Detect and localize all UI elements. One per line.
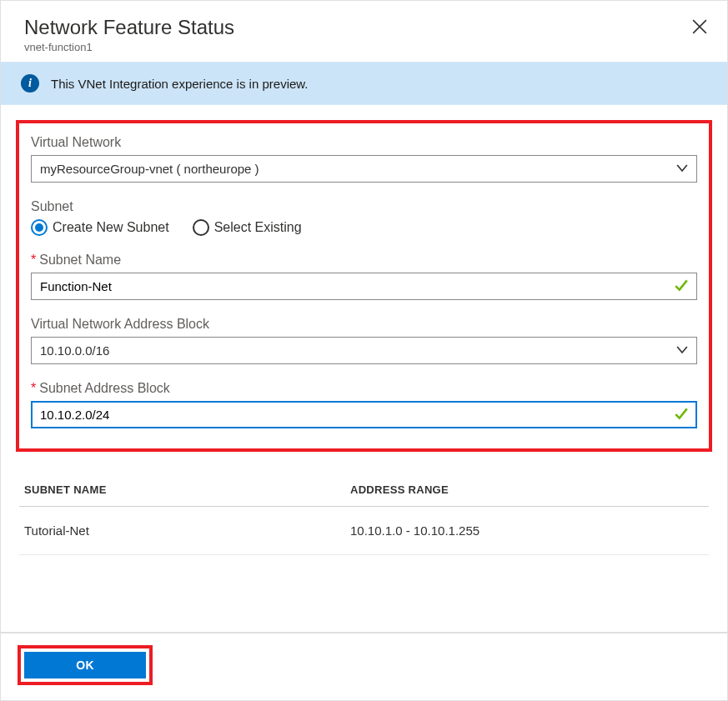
subnet-name-input[interactable] bbox=[31, 273, 697, 300]
chevron-down-icon bbox=[676, 343, 688, 358]
vnet-address-block-value: 10.10.0.0/16 bbox=[40, 343, 109, 358]
field-subnet-address-block: *Subnet Address Block bbox=[31, 381, 697, 428]
field-subnet-mode: Subnet Create New Subnet Select Existing bbox=[31, 199, 697, 236]
table-row[interactable]: Tutorial-Net 10.10.1.0 - 10.10.1.255 bbox=[19, 507, 709, 555]
close-button[interactable] bbox=[692, 19, 709, 36]
subnet-table: SUBNET NAME ADDRESS RANGE Tutorial-Net 1… bbox=[16, 473, 712, 555]
info-icon: i bbox=[21, 74, 39, 93]
ok-highlight-box: OK bbox=[18, 645, 153, 685]
vnet-address-block-label: Virtual Network Address Block bbox=[31, 317, 697, 332]
radio-select-existing-subnet[interactable]: Select Existing bbox=[193, 219, 302, 236]
valid-check-icon bbox=[674, 406, 689, 424]
chevron-down-icon bbox=[676, 162, 688, 176]
highlight-box: Virtual Network myResourceGroup-vnet ( n… bbox=[16, 120, 712, 452]
field-subnet-name: *Subnet Name bbox=[31, 253, 697, 300]
vnet-address-block-select[interactable]: 10.10.0.0/16 bbox=[31, 337, 697, 364]
radio-icon-unchecked bbox=[193, 219, 209, 236]
form-area: Virtual Network myResourceGroup-vnet ( n… bbox=[1, 105, 727, 570]
subnet-name-label: *Subnet Name bbox=[31, 253, 697, 268]
virtual-network-label: Virtual Network bbox=[31, 135, 697, 150]
field-virtual-network: Virtual Network myResourceGroup-vnet ( n… bbox=[31, 135, 697, 183]
valid-check-icon bbox=[674, 278, 689, 296]
radio-create-new-subnet[interactable]: Create New Subnet bbox=[31, 219, 169, 236]
virtual-network-select[interactable]: myResourceGroup-vnet ( northeurope ) bbox=[31, 155, 697, 183]
ok-button[interactable]: OK bbox=[24, 652, 146, 678]
cell-address-range: 10.10.1.0 - 10.10.1.255 bbox=[350, 523, 709, 538]
footer-bar: OK bbox=[1, 632, 727, 700]
subnet-address-block-input[interactable] bbox=[31, 401, 697, 428]
panel-header: Network Feature Status vnet-function1 bbox=[1, 1, 727, 62]
table-header-row: SUBNET NAME ADDRESS RANGE bbox=[19, 473, 709, 507]
radio-existing-label: Select Existing bbox=[214, 220, 302, 235]
page-title: Network Feature Status bbox=[24, 16, 704, 39]
col-header-subnet-name: SUBNET NAME bbox=[19, 483, 350, 496]
subnet-radio-group: Create New Subnet Select Existing bbox=[31, 219, 697, 236]
info-banner-text: This VNet Integration experience is in p… bbox=[51, 77, 309, 91]
subnet-address-block-label: *Subnet Address Block bbox=[31, 381, 697, 396]
subnet-label: Subnet bbox=[31, 199, 697, 214]
field-vnet-address-block: Virtual Network Address Block 10.10.0.0/… bbox=[31, 317, 697, 364]
col-header-address-range: ADDRESS RANGE bbox=[350, 483, 709, 496]
info-banner: i This VNet Integration experience is in… bbox=[1, 62, 727, 105]
radio-icon-checked bbox=[31, 219, 48, 236]
close-icon bbox=[692, 19, 707, 34]
radio-create-label: Create New Subnet bbox=[53, 220, 169, 235]
page-subtitle: vnet-function1 bbox=[24, 41, 704, 53]
cell-subnet-name: Tutorial-Net bbox=[19, 523, 350, 538]
virtual-network-value: myResourceGroup-vnet ( northeurope ) bbox=[40, 162, 259, 176]
